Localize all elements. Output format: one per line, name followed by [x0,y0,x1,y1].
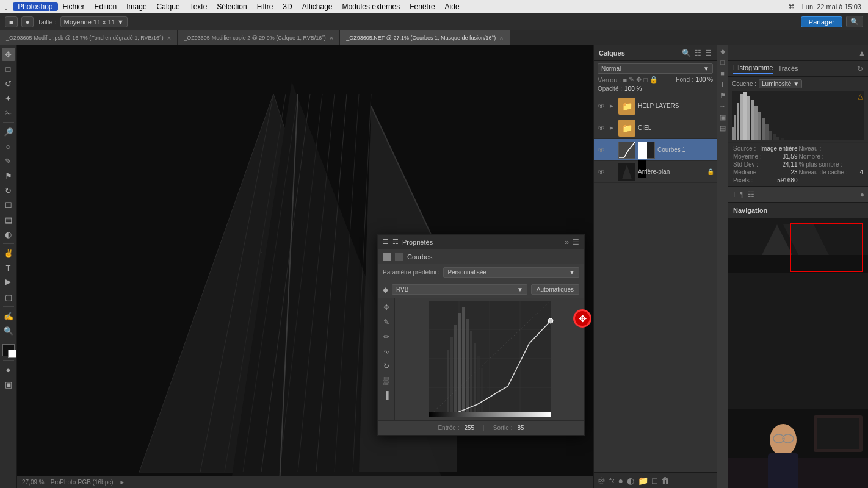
tab-3[interactable]: _OZ93605.NEF @ 27,1% (Courbes 1, Masque … [340,30,510,45]
edit-curve-tool[interactable]: ✎ [380,315,393,329]
tab-2[interactable]: _OZ93605-Modifier copie 2 @ 29,9% (Calqu… [178,30,340,45]
menu-icon[interactable]: ☰ [573,238,579,246]
adj-row-icon-3[interactable]: ☷ [748,190,754,199]
preset-dropdown[interactable]: Personnalisée ▼ [443,267,579,278]
path-select-tool[interactable]: ⯈ [2,276,15,289]
eye-courbes1[interactable]: 👁 [596,145,606,155]
history-brush[interactable]: ↻ [2,184,15,197]
adj-row-settings-icon[interactable]: ● [860,190,864,199]
brush-tool[interactable]: ✎ [2,154,15,168]
lock-all-icon[interactable]: 🔒 [649,76,658,84]
properties-header[interactable]: ☰ ☴ Propriétés » ☰ [378,235,584,249]
histogram-tab[interactable]: Histogramme [733,64,773,74]
lock-draw-icon[interactable]: ✎ [629,76,634,84]
mask-btn[interactable]: ● [618,476,623,486]
shape-tool[interactable]: ▢ [2,290,15,304]
menu-photoshop[interactable]: Photoshop [13,2,57,11]
reset-tool[interactable]: ↻ [380,359,393,373]
menu-calque[interactable]: Calque [152,2,185,11]
adj-icon-1[interactable]: ◆ [718,46,728,56]
layer-help-layers[interactable]: 👁 ► 📁 HELP LAYERS [594,95,717,117]
adj-icon-4[interactable]: T [718,79,728,89]
size-dropdown[interactable]: Moyenne 11 x 11 ▼ [60,16,128,27]
foreground-color[interactable] [2,344,15,356]
menu-filtre[interactable]: Filtre [252,2,278,11]
menu-3d[interactable]: 3D [278,2,297,11]
apple-menu[interactable]:  [5,2,8,12]
layer-ciel[interactable]: 👁 ► 📁 CIEL [594,117,717,139]
menu-affichage[interactable]: Affichage [297,2,338,11]
collapse-icon[interactable]: ▲ [858,49,866,57]
eye-arriere-plan[interactable]: 👁 [596,167,606,177]
hist-tool[interactable]: ▐ [380,389,393,402]
marquee-tool[interactable]: □ [2,62,15,76]
new-layer-btn[interactable]: □ [652,476,657,486]
tool-preset-picker[interactable]: ■ [5,16,18,27]
menu-fichier[interactable]: Fichier [58,2,90,11]
refresh-icon[interactable]: ↻ [857,65,863,73]
adj-icon-7[interactable]: ▣ [718,112,728,122]
menu-selection[interactable]: Sélection [212,2,251,11]
adj-icon-2[interactable]: □ [718,57,728,67]
eye-help-layers[interactable]: 👁 [596,101,606,111]
type-tool[interactable]: T [2,261,15,274]
share-button[interactable]: Partager [801,16,842,27]
clipping-tool[interactable]: ▒ [380,374,393,387]
adj-icon-8[interactable]: ▤ [718,123,728,133]
curve-chart[interactable] [397,301,582,417]
layer-arriere-plan[interactable]: 👁 Arrière-plan 🔒 [594,161,717,183]
tab-1-close[interactable]: × [167,34,171,41]
menu-aide[interactable]: Aide [440,2,465,11]
lock-move-icon[interactable]: ✥ [636,76,642,84]
pencil-tool[interactable]: ✏ [380,330,393,343]
mask-mode[interactable]: ● [2,363,15,376]
filter-icon[interactable]: ☷ [695,49,701,57]
adj-row-icon-1[interactable]: T [732,190,736,199]
move-tool[interactable]: ✥ [2,48,15,61]
clone-tool[interactable]: ⚑ [2,169,15,182]
lock-px-icon[interactable]: ■ [623,76,627,84]
channel-eyedropper-icon[interactable]: ◆ [383,285,388,294]
background-color[interactable] [8,350,16,358]
expand-icon[interactable]: » [565,238,569,246]
zoom-tool[interactable]: 🔍 [2,324,15,337]
channel-selector[interactable]: Luminosité ▼ [759,79,802,88]
adj-btn[interactable]: ◐ [627,476,634,486]
dodge-tool[interactable]: ◐ [2,228,15,241]
search-layers-icon[interactable]: 🔍 [682,49,691,57]
channel-dropdown[interactable]: RVB ▼ [392,284,527,295]
fx-btn[interactable]: fx [609,477,615,484]
tab-3-close[interactable]: × [499,34,503,41]
traces-tab[interactable]: Tracés [778,65,798,73]
canvas-area[interactable]: . . ☰ ☴ Propriétés » ☰ Courbes Paramètre… [17,45,593,488]
brush-preset[interactable]: ● [21,16,34,27]
auto-button[interactable]: Automatiques [531,284,579,295]
adj-icon-6[interactable]: → [718,101,728,111]
adj-icon-3[interactable]: ■ [718,68,728,78]
heal-tool[interactable]: ○ [2,140,15,153]
link-layers-btn[interactable]: ♾ [598,476,606,486]
pen-tool[interactable]: ✌ [2,246,15,260]
tab-2-close[interactable]: × [330,34,333,41]
crop-tool[interactable]: ✁ [2,106,15,120]
menu-modules[interactable]: Modules externes [338,2,405,11]
adj-icon-5[interactable]: ⚑ [718,90,728,100]
menu-fenetre[interactable]: Fenêtre [405,2,439,11]
expand-ciel[interactable]: ► [609,124,616,131]
eyedropper-tool[interactable]: 🔎 [2,125,15,138]
pointer-tool[interactable]: ✥ [380,301,393,314]
screen-mode[interactable]: ▣ [2,378,15,391]
eye-ciel[interactable]: 👁 [596,123,606,133]
folder-btn[interactable]: 📁 [638,476,648,486]
menu-image[interactable]: Image [121,2,151,11]
delete-layer-btn[interactable]: 🗑 [661,476,670,486]
layer-courbes1[interactable]: 👁 Courbes 1 [594,139,717,161]
adj-row-icon-2[interactable]: ¶ [740,190,743,199]
search-button[interactable]: 🔍 [846,16,863,27]
blend-mode-dropdown[interactable]: Normal ▼ [598,63,713,74]
menu-texte[interactable]: Texte [185,2,212,11]
hand-tool[interactable]: ✍ [2,309,15,323]
eraser-tool[interactable]: ☐ [2,198,15,212]
panel-menu-icon[interactable]: ☰ [705,49,712,57]
nav-preview-box[interactable] [790,223,863,272]
